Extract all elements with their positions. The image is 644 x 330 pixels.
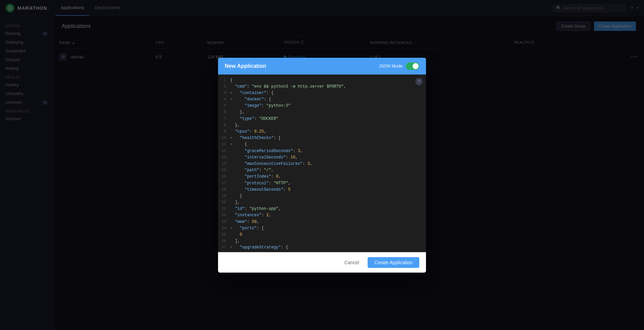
token-brace: : [247,220,252,224]
line-content: "gracePeriodSeconds": 3, [230,148,426,154]
token-key: "intervalSeconds" [230,155,286,160]
collapse-icon[interactable]: ▾ [230,226,235,231]
token-brace: : [250,129,254,134]
token-brace: { [230,78,232,83]
new-application-modal: New Application JSON Mode ? 1{2 "cmd": "… [218,58,426,273]
token-number: 50 [252,220,257,224]
token-brace: : [271,174,276,179]
token-brace: , [295,155,298,160]
line-content: }, [230,109,426,115]
line-number: 27 [218,244,230,250]
line-number: 3 [218,90,230,96]
line-content: "timeoutSeconds": 5 [230,187,426,193]
code-line-23: 23 "mem": 50, [218,219,426,225]
token-brace: : { [266,91,274,95]
token-key: "image" [230,103,262,108]
code-line-17: 17 "protocol": "HTTP", [218,180,426,187]
line-number: 24 [218,225,230,231]
token-brace: , [264,129,266,134]
json-mode-toggle[interactable]: JSON Mode [379,62,419,70]
token-brace: : { [264,97,271,102]
collapse-icon[interactable]: ▾ [230,245,235,250]
modal-create-application-button[interactable]: Create Application [368,257,419,268]
token-key: "maxConsecutiveFailures" [230,161,303,166]
token-brace: }, [230,123,240,128]
line-content: "path": "/", [230,167,426,174]
line-number: 9 [218,129,230,135]
token-string: "HTTP" [274,181,288,186]
line-content: ], [230,238,426,244]
line-number: 20 [218,199,230,205]
code-line-5: 5 "image": "python:3" [218,103,426,109]
token-brace: : [ [274,136,281,140]
line-number: 6 [218,109,230,115]
line-number: 12 [218,148,230,154]
code-editor[interactable]: 1{2 "cmd": "env && python3 -m http.serve… [218,75,426,252]
token-number: 3 [298,149,300,153]
line-number: 7 [218,116,230,122]
collapse-icon[interactable]: ▾ [230,91,235,95]
code-line-21: 21 "id": "python-app", [218,206,426,212]
token-string: "python:3" [266,103,290,108]
line-number: 25 [218,232,230,238]
token-brace: , [269,213,271,218]
line-number: 16 [218,174,230,180]
code-line-25: 25 0 [218,232,426,238]
line-content: ▾ { [230,141,426,148]
line-content: "maxConsecutiveFailures": 3, [230,161,426,167]
modal-footer: Cancel Create Application [218,252,426,273]
token-key: "cmd" [230,84,247,89]
token-brace: : [247,84,252,89]
line-number: 23 [218,219,230,225]
line-content: "cmd": "env && python3 -m http.server $P… [230,84,426,90]
code-line-12: 12 "gracePeriodSeconds": 3, [218,148,426,154]
code-line-1: 1{ [218,77,426,84]
line-number: 26 [218,238,230,244]
line-content: "id": "python-app", [230,206,426,212]
token-number: 3 [307,161,310,166]
code-line-18: 18 "timeoutSeconds": 5 [218,187,426,193]
code-line-19: 19 } [218,193,426,199]
line-content: } [230,193,426,199]
token-brace: : [262,213,266,218]
token-brace: : [293,149,298,153]
token-string: "/" [264,168,271,173]
collapse-icon[interactable]: ▾ [230,142,235,147]
json-mode-switch[interactable] [406,62,419,70]
collapse-icon[interactable]: ▾ [230,136,235,140]
code-line-15: 15 "path": "/", [218,167,426,174]
token-brace: : [303,161,307,166]
token-brace: , [271,168,273,173]
token-key: "docker" [235,97,264,102]
code-line-13: 13 "intervalSeconds": 10, [218,154,426,161]
code-line-3: 3▾ "container": { [218,90,426,96]
code-line-2: 2 "cmd": "env && python3 -m http.server … [218,84,426,90]
token-brace: : [ [257,226,264,231]
line-number: 1 [218,77,230,83]
token-brace: : [283,187,288,192]
code-line-4: 4▾ "docker": { [218,96,426,103]
code-line-24: 24▾ "ports": [ [218,225,426,232]
code-line-8: 8 }, [218,122,426,129]
line-number: 14 [218,161,230,167]
line-content: ], [230,199,426,206]
collapse-icon[interactable]: ▾ [230,97,235,102]
code-help-button[interactable]: ? [415,78,423,85]
token-brace: }, [230,110,245,114]
modal-overlay[interactable]: New Application JSON Mode ? 1{2 "cmd": "… [0,0,644,330]
token-key: "path" [230,168,259,173]
cancel-button[interactable]: Cancel [339,257,365,268]
line-content: "cpus": 0.25, [230,129,426,135]
token-key: "instances" [230,213,262,218]
line-content: "image": "python:3" [230,103,426,109]
code-line-7: 7 "type": "DOCKER" [218,116,426,122]
line-content: "instances": 2, [230,212,426,219]
token-key: "cpus" [230,129,250,134]
token-brace: : [269,181,273,186]
token-key: "ports" [235,226,257,231]
token-key: "minimumHealthCapacity" [230,252,295,252]
token-brace: ], [230,200,240,205]
token-string: "env && python3 -m http.server $PORT0" [252,84,344,89]
token-brace: , [257,220,259,224]
token-key: "container" [235,91,266,95]
